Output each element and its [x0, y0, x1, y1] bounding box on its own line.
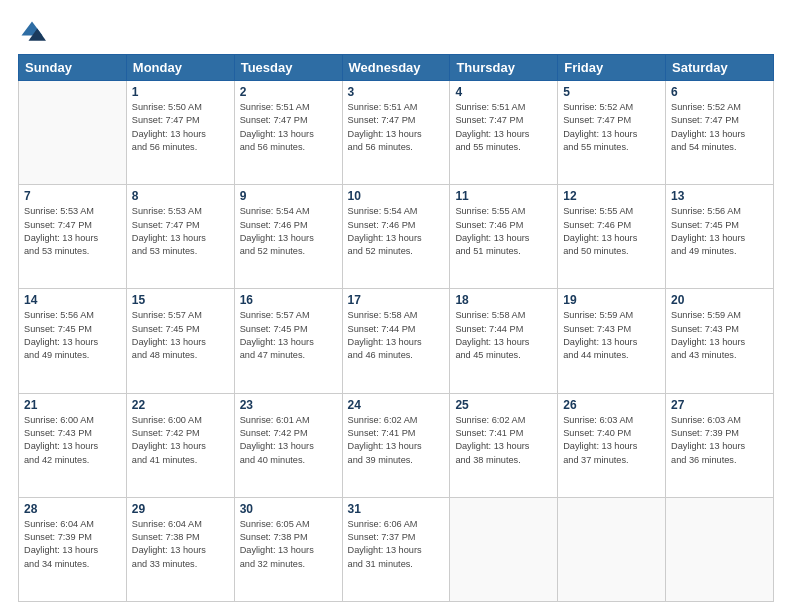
- day-number: 26: [563, 398, 660, 412]
- calendar-cell: 4Sunrise: 5:51 AM Sunset: 7:47 PM Daylig…: [450, 81, 558, 185]
- calendar-cell: 8Sunrise: 5:53 AM Sunset: 7:47 PM Daylig…: [126, 185, 234, 289]
- day-number: 15: [132, 293, 229, 307]
- calendar-cell: 15Sunrise: 5:57 AM Sunset: 7:45 PM Dayli…: [126, 289, 234, 393]
- day-info: Sunrise: 6:04 AM Sunset: 7:38 PM Dayligh…: [132, 518, 229, 571]
- calendar-cell: 26Sunrise: 6:03 AM Sunset: 7:40 PM Dayli…: [558, 393, 666, 497]
- day-info: Sunrise: 5:52 AM Sunset: 7:47 PM Dayligh…: [563, 101, 660, 154]
- day-info: Sunrise: 6:03 AM Sunset: 7:39 PM Dayligh…: [671, 414, 768, 467]
- day-number: 12: [563, 189, 660, 203]
- day-number: 5: [563, 85, 660, 99]
- day-number: 17: [348, 293, 445, 307]
- calendar-week-row: 14Sunrise: 5:56 AM Sunset: 7:45 PM Dayli…: [19, 289, 774, 393]
- day-info: Sunrise: 5:51 AM Sunset: 7:47 PM Dayligh…: [348, 101, 445, 154]
- day-info: Sunrise: 6:00 AM Sunset: 7:42 PM Dayligh…: [132, 414, 229, 467]
- day-number: 2: [240, 85, 337, 99]
- day-info: Sunrise: 5:53 AM Sunset: 7:47 PM Dayligh…: [132, 205, 229, 258]
- day-number: 7: [24, 189, 121, 203]
- day-info: Sunrise: 5:54 AM Sunset: 7:46 PM Dayligh…: [348, 205, 445, 258]
- calendar-cell: 30Sunrise: 6:05 AM Sunset: 7:38 PM Dayli…: [234, 497, 342, 601]
- calendar-cell: 18Sunrise: 5:58 AM Sunset: 7:44 PM Dayli…: [450, 289, 558, 393]
- weekday-header-cell: Monday: [126, 55, 234, 81]
- day-info: Sunrise: 5:58 AM Sunset: 7:44 PM Dayligh…: [348, 309, 445, 362]
- calendar-cell: 22Sunrise: 6:00 AM Sunset: 7:42 PM Dayli…: [126, 393, 234, 497]
- day-info: Sunrise: 5:59 AM Sunset: 7:43 PM Dayligh…: [563, 309, 660, 362]
- day-number: 11: [455, 189, 552, 203]
- logo-icon: [18, 18, 46, 46]
- day-number: 31: [348, 502, 445, 516]
- day-info: Sunrise: 6:00 AM Sunset: 7:43 PM Dayligh…: [24, 414, 121, 467]
- day-number: 1: [132, 85, 229, 99]
- calendar-cell: 29Sunrise: 6:04 AM Sunset: 7:38 PM Dayli…: [126, 497, 234, 601]
- calendar-cell: 1Sunrise: 5:50 AM Sunset: 7:47 PM Daylig…: [126, 81, 234, 185]
- calendar-cell: 2Sunrise: 5:51 AM Sunset: 7:47 PM Daylig…: [234, 81, 342, 185]
- day-number: 27: [671, 398, 768, 412]
- day-number: 4: [455, 85, 552, 99]
- day-info: Sunrise: 6:04 AM Sunset: 7:39 PM Dayligh…: [24, 518, 121, 571]
- day-number: 10: [348, 189, 445, 203]
- day-number: 13: [671, 189, 768, 203]
- day-number: 30: [240, 502, 337, 516]
- day-info: Sunrise: 5:50 AM Sunset: 7:47 PM Dayligh…: [132, 101, 229, 154]
- day-info: Sunrise: 5:55 AM Sunset: 7:46 PM Dayligh…: [455, 205, 552, 258]
- calendar-cell: [666, 497, 774, 601]
- day-info: Sunrise: 6:05 AM Sunset: 7:38 PM Dayligh…: [240, 518, 337, 571]
- day-number: 9: [240, 189, 337, 203]
- day-number: 28: [24, 502, 121, 516]
- weekday-header-cell: Friday: [558, 55, 666, 81]
- day-number: 24: [348, 398, 445, 412]
- day-info: Sunrise: 6:02 AM Sunset: 7:41 PM Dayligh…: [348, 414, 445, 467]
- calendar-cell: 23Sunrise: 6:01 AM Sunset: 7:42 PM Dayli…: [234, 393, 342, 497]
- calendar-cell: 25Sunrise: 6:02 AM Sunset: 7:41 PM Dayli…: [450, 393, 558, 497]
- weekday-header-cell: Saturday: [666, 55, 774, 81]
- weekday-header-cell: Wednesday: [342, 55, 450, 81]
- calendar-cell: 21Sunrise: 6:00 AM Sunset: 7:43 PM Dayli…: [19, 393, 127, 497]
- day-info: Sunrise: 5:51 AM Sunset: 7:47 PM Dayligh…: [455, 101, 552, 154]
- day-number: 6: [671, 85, 768, 99]
- day-info: Sunrise: 5:58 AM Sunset: 7:44 PM Dayligh…: [455, 309, 552, 362]
- calendar-cell: 16Sunrise: 5:57 AM Sunset: 7:45 PM Dayli…: [234, 289, 342, 393]
- day-info: Sunrise: 5:59 AM Sunset: 7:43 PM Dayligh…: [671, 309, 768, 362]
- calendar-cell: 11Sunrise: 5:55 AM Sunset: 7:46 PM Dayli…: [450, 185, 558, 289]
- calendar-cell: [450, 497, 558, 601]
- day-info: Sunrise: 5:56 AM Sunset: 7:45 PM Dayligh…: [671, 205, 768, 258]
- calendar-cell: 19Sunrise: 5:59 AM Sunset: 7:43 PM Dayli…: [558, 289, 666, 393]
- day-number: 19: [563, 293, 660, 307]
- day-info: Sunrise: 6:03 AM Sunset: 7:40 PM Dayligh…: [563, 414, 660, 467]
- day-info: Sunrise: 5:57 AM Sunset: 7:45 PM Dayligh…: [240, 309, 337, 362]
- header: [18, 18, 774, 46]
- calendar-cell: 13Sunrise: 5:56 AM Sunset: 7:45 PM Dayli…: [666, 185, 774, 289]
- page: SundayMondayTuesdayWednesdayThursdayFrid…: [0, 0, 792, 612]
- day-number: 29: [132, 502, 229, 516]
- day-number: 21: [24, 398, 121, 412]
- day-info: Sunrise: 5:54 AM Sunset: 7:46 PM Dayligh…: [240, 205, 337, 258]
- calendar-cell: 12Sunrise: 5:55 AM Sunset: 7:46 PM Dayli…: [558, 185, 666, 289]
- day-info: Sunrise: 6:01 AM Sunset: 7:42 PM Dayligh…: [240, 414, 337, 467]
- day-info: Sunrise: 6:02 AM Sunset: 7:41 PM Dayligh…: [455, 414, 552, 467]
- calendar-cell: 17Sunrise: 5:58 AM Sunset: 7:44 PM Dayli…: [342, 289, 450, 393]
- calendar-cell: 3Sunrise: 5:51 AM Sunset: 7:47 PM Daylig…: [342, 81, 450, 185]
- day-info: Sunrise: 5:51 AM Sunset: 7:47 PM Dayligh…: [240, 101, 337, 154]
- calendar-table: SundayMondayTuesdayWednesdayThursdayFrid…: [18, 54, 774, 602]
- calendar-week-row: 28Sunrise: 6:04 AM Sunset: 7:39 PM Dayli…: [19, 497, 774, 601]
- day-number: 16: [240, 293, 337, 307]
- day-number: 23: [240, 398, 337, 412]
- calendar-cell: 28Sunrise: 6:04 AM Sunset: 7:39 PM Dayli…: [19, 497, 127, 601]
- day-info: Sunrise: 5:56 AM Sunset: 7:45 PM Dayligh…: [24, 309, 121, 362]
- day-number: 18: [455, 293, 552, 307]
- calendar-cell: 14Sunrise: 5:56 AM Sunset: 7:45 PM Dayli…: [19, 289, 127, 393]
- day-number: 3: [348, 85, 445, 99]
- logo: [18, 18, 50, 46]
- calendar-cell: [558, 497, 666, 601]
- calendar-week-row: 7Sunrise: 5:53 AM Sunset: 7:47 PM Daylig…: [19, 185, 774, 289]
- calendar-cell: 6Sunrise: 5:52 AM Sunset: 7:47 PM Daylig…: [666, 81, 774, 185]
- day-number: 20: [671, 293, 768, 307]
- calendar-cell: [19, 81, 127, 185]
- calendar-cell: 20Sunrise: 5:59 AM Sunset: 7:43 PM Dayli…: [666, 289, 774, 393]
- day-number: 25: [455, 398, 552, 412]
- calendar-cell: 31Sunrise: 6:06 AM Sunset: 7:37 PM Dayli…: [342, 497, 450, 601]
- day-info: Sunrise: 5:53 AM Sunset: 7:47 PM Dayligh…: [24, 205, 121, 258]
- calendar-cell: 7Sunrise: 5:53 AM Sunset: 7:47 PM Daylig…: [19, 185, 127, 289]
- calendar-cell: 9Sunrise: 5:54 AM Sunset: 7:46 PM Daylig…: [234, 185, 342, 289]
- calendar-cell: 5Sunrise: 5:52 AM Sunset: 7:47 PM Daylig…: [558, 81, 666, 185]
- calendar-body: 1Sunrise: 5:50 AM Sunset: 7:47 PM Daylig…: [19, 81, 774, 602]
